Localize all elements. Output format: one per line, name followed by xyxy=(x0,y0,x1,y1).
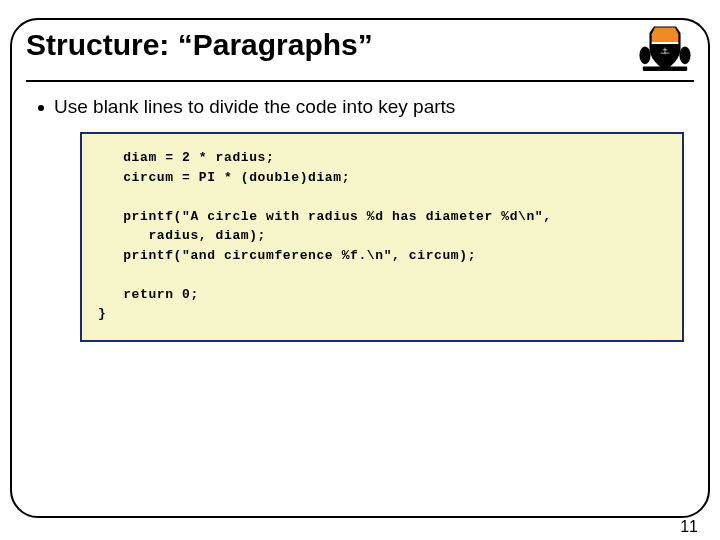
princeton-shield-icon xyxy=(636,22,694,72)
code-content: diam = 2 * radius; circum = PI * (double… xyxy=(98,148,666,324)
slide-title: Structure: “Paragraphs” xyxy=(26,28,373,62)
bullet-dot-icon xyxy=(38,105,44,111)
title-bar: Structure: “Paragraphs” xyxy=(26,28,694,82)
page-number: 11 xyxy=(680,518,698,536)
bullet-text: Use blank lines to divide the code into … xyxy=(54,96,455,118)
bullet-item: Use blank lines to divide the code into … xyxy=(38,96,660,118)
svg-point-2 xyxy=(679,46,690,64)
code-box: diam = 2 * radius; circum = PI * (double… xyxy=(80,132,684,342)
svg-rect-0 xyxy=(652,42,679,44)
svg-rect-3 xyxy=(643,66,687,70)
svg-point-1 xyxy=(639,46,650,64)
slide-stage: Structure: “Paragraphs” xyxy=(0,0,720,540)
